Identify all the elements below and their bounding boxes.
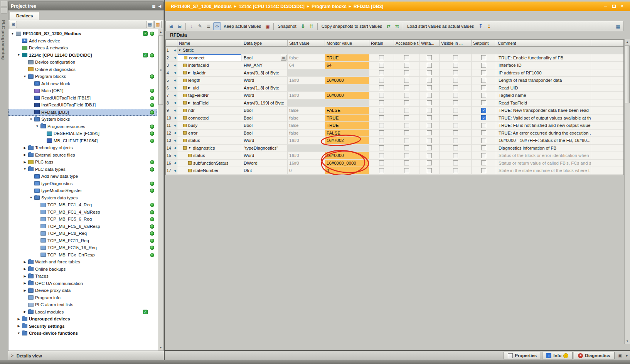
expand-pane-icon[interactable]: ▣ <box>618 354 622 358</box>
setpoint-checkbox[interactable] <box>481 78 486 83</box>
column-header-retain[interactable]: Retain <box>369 40 394 47</box>
name-cell[interactable]: stateNumber <box>177 167 242 174</box>
comment-cell[interactable]: Length of read transponder data <box>496 77 591 84</box>
start-value-cell[interactable] <box>288 84 325 92</box>
start-value-cell[interactable]: false <box>288 107 325 114</box>
table-row[interactable]: 6◀▶uidArray[1..8] of ByteRead UID <box>166 84 623 92</box>
writable-checkbox[interactable] <box>427 168 432 173</box>
writable-checkbox[interactable] <box>427 115 432 120</box>
tree-expander-right-icon[interactable]: ▶ <box>16 317 21 321</box>
setpoint-checkbox[interactable] <box>481 108 486 113</box>
row-expander-right-icon[interactable]: ▶ <box>188 71 193 74</box>
breadcrumb-item[interactable]: RFData [DB3] <box>354 4 383 9</box>
name-cell[interactable]: status <box>177 137 242 144</box>
close-window-icon[interactable]: ✕ <box>620 4 624 9</box>
tree-item[interactable]: ▼System data types <box>8 194 157 202</box>
comment-cell[interactable]: Read UID <box>496 84 591 92</box>
side-tab-icon[interactable] <box>1 1 7 7</box>
start-value-cell[interactable]: 16#0 <box>288 137 325 144</box>
table-scrollbar-thumb[interactable] <box>625 46 630 103</box>
table-row[interactable]: 13◀statusWord16#016#700216#0000 - 16#7FF… <box>166 137 623 145</box>
column-header-setpoint[interactable]: Setpoint <box>472 40 496 47</box>
tree-item[interactable]: RFData [DB3] <box>8 109 157 116</box>
snapshot-apply-icon[interactable]: ⇈ <box>308 22 315 30</box>
visible-checkbox[interactable] <box>453 78 458 83</box>
datatype-cell[interactable]: Bool <box>242 115 288 122</box>
visible-checkbox[interactable] <box>453 115 458 120</box>
details-view-expander-icon[interactable]: > <box>11 354 13 358</box>
tree-item[interactable]: ▶Security settings <box>8 323 157 330</box>
tree-expander-down-icon[interactable]: ▼ <box>35 125 40 128</box>
tree-expander-right-icon[interactable]: ▶ <box>22 153 27 157</box>
tree-item[interactable]: ▶External source files <box>8 152 157 159</box>
tree-expander-right-icon[interactable]: ▶ <box>22 275 27 278</box>
tree-expander-right-icon[interactable]: ▶ <box>22 146 27 150</box>
freeze-monitor-icon[interactable]: ▣ <box>264 22 271 30</box>
table-row[interactable]: 12◀errorBoolfalseFALSETRUE: An error occ… <box>166 130 623 137</box>
accessible-checkbox[interactable] <box>404 85 409 90</box>
tree-item[interactable]: PLC alarm text lists <box>8 301 157 308</box>
tree-item[interactable]: ▶Online backups <box>8 266 157 273</box>
accessible-checkbox[interactable] <box>404 70 409 75</box>
writable-checkbox[interactable] <box>427 145 432 150</box>
accessible-checkbox[interactable] <box>404 108 409 113</box>
setpoint-checkbox[interactable] <box>481 138 486 143</box>
comment-cell[interactable]: Interface ID <box>496 62 591 69</box>
writable-checkbox[interactable] <box>427 70 432 75</box>
table-row[interactable]: 1◀▼Static <box>166 47 623 54</box>
tree-scrollbar[interactable]: ▲ ≡ ▼ <box>158 29 163 351</box>
start-value-cell[interactable] <box>288 47 325 54</box>
tree-item[interactable]: Devices & networks <box>8 44 157 52</box>
tree-item[interactable]: ▶Watch and force tables <box>8 258 157 266</box>
accessible-checkbox[interactable] <box>404 168 409 173</box>
tree-expander-right-icon[interactable]: ▶ <box>16 324 21 328</box>
setpoint-checkbox[interactable] <box>481 145 486 150</box>
name-cell[interactable]: busy <box>177 122 242 129</box>
datatype-cell[interactable]: Word <box>242 152 288 159</box>
start-value-cell[interactable]: false <box>288 130 325 137</box>
setpoint-checkbox[interactable] <box>481 93 486 98</box>
visible-checkbox[interactable] <box>453 123 458 128</box>
tree-item[interactable]: TCP_MB_FC8_Req <box>8 230 157 237</box>
tree-item[interactable]: Device configuration <box>8 59 157 66</box>
scroll-up-icon[interactable]: ▲ <box>158 29 163 35</box>
row-expander-down-icon[interactable]: ▼ <box>188 146 193 150</box>
table-scroll-down-icon[interactable]: ▼ <box>625 339 630 344</box>
visible-checkbox[interactable] <box>453 63 458 68</box>
name-cell[interactable]: ▼Static <box>177 47 242 54</box>
name-cell[interactable]: tagFieldNr <box>177 92 242 99</box>
visible-checkbox[interactable] <box>453 100 458 105</box>
comment-cell[interactable]: Read TagField <box>496 99 591 107</box>
accessible-checkbox[interactable] <box>404 63 409 68</box>
datatype-cell[interactable]: Bool <box>242 107 288 114</box>
table-row[interactable]: 7◀tagFieldNrWord16#016#0000Tagfield name <box>166 92 623 99</box>
tree-item[interactable]: ▼Program blocks <box>8 73 157 80</box>
start-value-cell[interactable]: 16#0 <box>288 160 325 167</box>
start-value-cell[interactable]: 16#0 <box>288 152 325 159</box>
tab-devices[interactable]: Devices <box>10 12 39 20</box>
column-header-comment[interactable]: Comment <box>496 40 591 47</box>
datatype-cell[interactable]: Word <box>242 137 288 144</box>
table-row[interactable]: 2◀connectBool▦falseTRUETRUE: Enable func… <box>166 54 623 62</box>
setpoint-checkbox[interactable] <box>481 100 486 105</box>
tree-expander-right-icon[interactable]: ▶ <box>22 260 27 264</box>
tree-item[interactable]: ▼PLC data types <box>8 166 157 173</box>
comment-cell[interactable]: TRUE: Enable functionality of FB <box>496 54 591 62</box>
visible-checkbox[interactable] <box>453 153 458 158</box>
tree-item[interactable]: TCP_MB_FC5_6_Req <box>8 216 157 223</box>
table-row[interactable]: 10◀connectedBoolfalseTRUETRUE: Valid set… <box>166 115 623 122</box>
auto-collapse-icon[interactable]: ▥ <box>152 4 156 8</box>
comment-cell[interactable]: TRUE: An error occurred during the execu… <box>496 130 591 137</box>
setpoint-checkbox[interactable] <box>481 168 486 173</box>
writable-checkbox[interactable] <box>427 108 432 113</box>
tree-item[interactable]: ▼RF1140R_S7_1200_Modbus✓ <box>8 30 157 37</box>
filter-table-icon[interactable]: ⊞ <box>10 21 17 28</box>
writable-checkbox[interactable] <box>427 78 432 83</box>
copy-snapshot-selected-icon[interactable]: ⇄ <box>385 22 392 30</box>
retain-checkbox[interactable] <box>379 123 384 128</box>
accessible-checkbox[interactable] <box>404 93 409 98</box>
datatype-cell[interactable]: HW_ANY <box>242 62 288 69</box>
datatype-cell[interactable]: Word <box>242 92 288 99</box>
comment-cell[interactable]: State in the state machine of the block … <box>496 167 591 174</box>
datatype-cell[interactable]: DInt <box>242 167 288 174</box>
